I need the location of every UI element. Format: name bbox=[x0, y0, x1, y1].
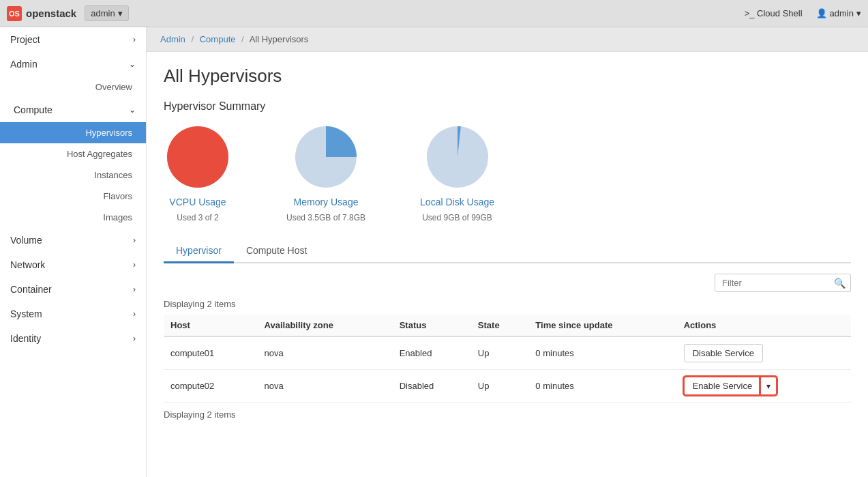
navbar-left: OS openstack admin ▾ bbox=[7, 5, 129, 21]
user-icon: 👤 bbox=[816, 8, 827, 18]
sidebar-item-host-aggregates[interactable]: Host Aggregates bbox=[0, 143, 146, 164]
page-body: All Hypervisors Hypervisor Summary VCPU … bbox=[147, 52, 868, 439]
chevron-right-icon: › bbox=[133, 285, 136, 294]
chevron-down-icon: ⌄ bbox=[129, 59, 136, 69]
col-host: Host bbox=[164, 315, 258, 336]
cell-state-2: Up bbox=[471, 370, 529, 403]
sidebar-item-overview[interactable]: Overview bbox=[0, 76, 146, 98]
summary-title: Hypervisor Summary bbox=[164, 100, 851, 113]
logo-icon: OS bbox=[7, 6, 22, 21]
chevron-right-icon: › bbox=[133, 260, 136, 270]
filter-input[interactable] bbox=[715, 274, 851, 292]
sidebar-item-flavors[interactable]: Flavors bbox=[0, 186, 146, 207]
enable-service-dropdown-button[interactable]: ▾ bbox=[760, 377, 777, 395]
tab-hypervisor[interactable]: Hypervisor bbox=[164, 240, 234, 263]
sidebar-item-project-label: Project bbox=[10, 34, 40, 45]
chevron-right-icon: › bbox=[133, 334, 136, 343]
chevron-down-icon: ▾ bbox=[118, 8, 123, 18]
sidebar-item-hypervisors-label: Hypervisors bbox=[85, 128, 132, 138]
cell-status-2: Disabled bbox=[393, 370, 471, 403]
sidebar-item-project[interactable]: Project › bbox=[0, 27, 146, 52]
cell-host-2: compute02 bbox=[164, 370, 258, 403]
col-actions: Actions bbox=[677, 315, 851, 336]
sidebar-item-system-label: System bbox=[10, 308, 42, 319]
breadcrumb: Admin / Compute / All Hypervisors bbox=[147, 27, 868, 52]
breadcrumb-compute-link[interactable]: Compute bbox=[200, 34, 236, 44]
memory-label: Memory Usage bbox=[294, 197, 359, 207]
cell-action-2: Enable Service ▾ bbox=[677, 370, 851, 403]
admin-user-button[interactable]: 👤 admin ▾ bbox=[816, 8, 861, 18]
sidebar-item-admin[interactable]: Admin ⌄ bbox=[0, 52, 146, 76]
top-navbar: OS openstack admin ▾ >_ Cloud Shell 👤 ad… bbox=[0, 0, 868, 27]
breadcrumb-sep1: / bbox=[191, 34, 194, 44]
disk-pie bbox=[423, 123, 492, 191]
memory-sublabel: Used 3.5GB of 7.8GB bbox=[286, 213, 365, 222]
sidebar-item-network-label: Network bbox=[10, 259, 45, 270]
tabs-bar: Hypervisor Compute Host bbox=[164, 240, 851, 263]
enable-service-button[interactable]: Enable Service bbox=[684, 377, 760, 395]
col-status: Status bbox=[393, 315, 471, 336]
sidebar-item-system[interactable]: System › bbox=[0, 302, 146, 326]
sidebar-item-hypervisors[interactable]: Hypervisors bbox=[0, 122, 146, 143]
cell-status-1: Enabled bbox=[393, 336, 471, 370]
filter-input-wrap: 🔍 bbox=[715, 274, 851, 292]
cell-az-2: nova bbox=[258, 370, 393, 403]
cell-time-2: 0 minutes bbox=[528, 370, 676, 403]
count-label-bottom: Displaying 2 items bbox=[164, 409, 851, 420]
sidebar: Project › Admin ⌄ Overview Compute ⌄ Hyp… bbox=[0, 27, 147, 477]
sidebar-item-volume[interactable]: Volume › bbox=[0, 228, 146, 252]
disk-sublabel: Used 9GB of 99GB bbox=[422, 213, 492, 222]
sidebar-item-volume-label: Volume bbox=[10, 235, 42, 246]
breadcrumb-admin-link[interactable]: Admin bbox=[160, 34, 185, 44]
table-row: compute02 nova Disabled Up 0 minutes Ena… bbox=[164, 370, 851, 403]
navbar-right: >_ Cloud Shell 👤 admin ▾ bbox=[745, 8, 861, 18]
main-content: Admin / Compute / All Hypervisors All Hy… bbox=[147, 27, 868, 477]
sidebar-item-identity-label: Identity bbox=[10, 333, 41, 344]
chevron-down-icon: ⌄ bbox=[129, 105, 136, 115]
cell-state-1: Up bbox=[471, 336, 529, 370]
vcpu-label: VCPU Usage bbox=[169, 197, 226, 207]
disable-service-button[interactable]: Disable Service bbox=[684, 344, 763, 362]
tab-compute-host[interactable]: Compute Host bbox=[234, 240, 319, 263]
cell-host-1: compute01 bbox=[164, 336, 258, 370]
sidebar-item-images[interactable]: Images bbox=[0, 207, 146, 228]
memory-chart: Memory Usage Used 3.5GB of 7.8GB bbox=[286, 123, 365, 222]
sidebar-item-compute-label: Compute bbox=[14, 104, 53, 115]
sidebar-item-identity[interactable]: Identity › bbox=[0, 326, 146, 351]
table-row: compute01 nova Enabled Up 0 minutes Disa… bbox=[164, 336, 851, 370]
main-layout: Project › Admin ⌄ Overview Compute ⌄ Hyp… bbox=[0, 27, 868, 477]
sidebar-item-images-label: Images bbox=[103, 212, 132, 222]
sidebar-item-admin-label: Admin bbox=[10, 59, 38, 70]
table-body: compute01 nova Enabled Up 0 minutes Disa… bbox=[164, 336, 851, 403]
sidebar-item-instances[interactable]: Instances bbox=[0, 164, 146, 186]
count-label-top: Displaying 2 items bbox=[164, 299, 851, 309]
logo-text: openstack bbox=[26, 8, 76, 19]
sidebar-item-host-aggregates-label: Host Aggregates bbox=[67, 149, 132, 159]
memory-pie bbox=[292, 123, 360, 191]
cloud-shell-button[interactable]: >_ Cloud Shell bbox=[745, 8, 803, 18]
admin-dropdown[interactable]: admin ▾ bbox=[85, 5, 128, 21]
sidebar-item-network[interactable]: Network › bbox=[0, 252, 146, 277]
cell-time-1: 0 minutes bbox=[528, 336, 676, 370]
openstack-logo: OS openstack bbox=[7, 6, 76, 21]
disk-label: Local Disk Usage bbox=[420, 197, 494, 207]
col-availability-zone: Availability zone bbox=[258, 315, 393, 336]
table-header: Host Availability zone Status State Time… bbox=[164, 315, 851, 336]
col-state: State bbox=[471, 315, 529, 336]
admin-dropdown-label: admin bbox=[91, 8, 115, 18]
sidebar-item-flavors-label: Flavors bbox=[103, 191, 132, 201]
chevron-down-icon: ▾ bbox=[856, 8, 861, 18]
chevron-down-icon: ▾ bbox=[766, 381, 770, 391]
sidebar-item-container-label: Container bbox=[10, 284, 52, 295]
breadcrumb-current: All Hypervisors bbox=[250, 34, 309, 44]
charts-row: VCPU Usage Used 3 of 2 Memory Usage Used… bbox=[164, 123, 851, 222]
chevron-right-icon: › bbox=[133, 309, 136, 319]
cell-az-1: nova bbox=[258, 336, 393, 370]
sidebar-item-container[interactable]: Container › bbox=[0, 277, 146, 302]
vcpu-sublabel: Used 3 of 2 bbox=[177, 213, 218, 222]
sidebar-item-compute[interactable]: Compute ⌄ bbox=[0, 98, 146, 122]
vcpu-chart: VCPU Usage Used 3 of 2 bbox=[164, 123, 232, 222]
col-time-since-update: Time since update bbox=[528, 315, 676, 336]
chevron-right-icon: › bbox=[133, 35, 136, 44]
vcpu-pie bbox=[164, 123, 232, 191]
